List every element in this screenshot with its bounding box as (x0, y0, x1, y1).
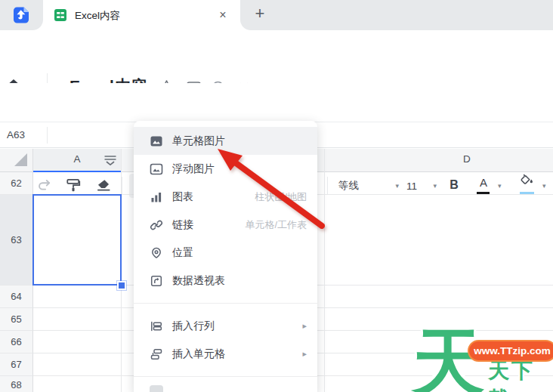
cell-image-icon (150, 134, 163, 148)
font-size-value: 11 (406, 181, 417, 192)
menu-item-label: 图表 (172, 190, 193, 204)
font-size-caret-icon: ▾ (433, 182, 437, 190)
row-header-64[interactable]: 64 (0, 286, 33, 308)
row-65-label: 65 (11, 313, 21, 325)
eraser-button[interactable] (95, 177, 113, 195)
fill-handle[interactable] (117, 281, 126, 290)
menu-item-hint: 柱状图/地图 (255, 190, 307, 204)
menu-item-label: 浮动图片 (172, 162, 215, 176)
toolbar-divider (122, 177, 122, 195)
font-family-dropdown[interactable]: 等线 ▾ (338, 176, 399, 196)
insert-rows-icon (150, 319, 163, 333)
watermark-url-badge: www.TTzip.com (468, 340, 553, 362)
floating-image-icon (150, 162, 163, 176)
row-header-66[interactable]: 66 (0, 331, 33, 353)
new-tab-button[interactable]: + (249, 4, 270, 25)
column-d-label: D (463, 153, 471, 165)
toolbar: 插入 ▾ 常规 ▾ .0 ▴ ▾ 等线 ▾ 11 ▾ B A ▾ (0, 83, 553, 122)
gridline (324, 149, 325, 392)
menu-item-label: 链接 (172, 218, 193, 232)
menu-divider (134, 376, 317, 377)
font-size-dropdown[interactable]: 11 ▾ (406, 176, 437, 196)
tab-title: Excel内容 (75, 9, 120, 23)
row-header-65[interactable]: 65 (0, 308, 33, 331)
submenu-arrow-icon: ▸ (302, 321, 307, 331)
row-68-label: 68 (11, 379, 21, 390)
menu-item-label: 插入单元格 (172, 347, 225, 361)
menu-item-pivot-table[interactable]: 数据透视表 (134, 267, 317, 295)
select-all-corner[interactable] (0, 149, 33, 172)
tab-close-icon[interactable]: × (215, 7, 231, 23)
column-a-label: A (73, 153, 80, 165)
tencent-docs-logo-icon (11, 5, 31, 25)
menu-item-location[interactable]: 位置 (134, 239, 317, 267)
row-62-label: 62 (11, 177, 21, 189)
link-icon (150, 218, 163, 232)
column-filter-button[interactable] (103, 153, 118, 175)
menu-item-link[interactable]: 链接 单元格/工作表 (134, 211, 317, 239)
spreadsheet-file-icon (54, 9, 66, 21)
pivot-table-icon (150, 274, 163, 288)
column-header-d[interactable]: D (317, 149, 553, 172)
submenu-arrow-icon: ▸ (302, 349, 307, 359)
menu-item-chart[interactable]: 图表 柱状图/地图 (134, 183, 317, 211)
format-painter-icon (65, 177, 82, 193)
menu-item-insert-rows-columns[interactable]: 插入行列 ▸ (134, 312, 317, 340)
row-67-label: 67 (11, 359, 21, 370)
spreadsheet-app: Excel内容 × + ▾ Excel内容 (0, 0, 553, 392)
row-header-67[interactable]: 67 (0, 353, 33, 376)
filter-icon (103, 153, 118, 168)
insert-dropdown-menu: 单元格图片 浮动图片 图表 柱状图/地图 链接 单元 (134, 121, 317, 392)
font-family-caret-icon: ▾ (395, 182, 399, 190)
insert-cells-icon (150, 347, 163, 361)
menu-item-label: 位置 (172, 246, 193, 260)
paint-bucket-icon (518, 174, 535, 187)
fill-color-caret-icon[interactable]: ▾ (542, 182, 546, 190)
redo-button[interactable] (36, 177, 54, 195)
chart-icon (150, 190, 163, 204)
menu-item-label: 单元格图片 (172, 134, 225, 148)
row-header-62[interactable]: 62 (0, 172, 33, 195)
bold-button[interactable]: B (444, 174, 464, 196)
document-tab[interactable]: Excel内容 × (47, 0, 240, 30)
select-all-triangle-icon (14, 153, 27, 166)
row-header-63[interactable]: 63 (0, 195, 33, 286)
app-logo-button[interactable] (0, 0, 43, 30)
toolbar-divider (327, 177, 328, 195)
redo-icon (36, 177, 53, 193)
eraser-icon (95, 177, 112, 193)
location-icon (150, 246, 163, 260)
watermark-big-char: 天 (412, 326, 485, 392)
selected-cell-a63[interactable] (32, 194, 122, 286)
format-painter-button[interactable] (65, 177, 83, 195)
partial-menu-item-icon (150, 385, 163, 392)
tab-bar-background: + (240, 0, 553, 30)
font-color-button[interactable]: A (474, 174, 493, 196)
row-63-label: 63 (11, 234, 21, 245)
column-header-a[interactable]: A (33, 149, 121, 172)
font-color-caret-icon[interactable]: ▾ (498, 182, 502, 190)
row-64-label: 64 (11, 291, 21, 302)
menu-divider (134, 303, 317, 304)
row-66-label: 66 (11, 336, 21, 347)
font-family-value: 等线 (338, 179, 359, 193)
menu-item-cell-image[interactable]: 单元格图片 (134, 127, 317, 155)
browser-tab-bar: Excel内容 × + (0, 0, 553, 30)
menu-item-floating-image[interactable]: 浮动图片 (134, 155, 317, 183)
menu-item-label: 插入行列 (172, 319, 215, 333)
menu-item-label: 数据透视表 (172, 274, 225, 288)
menu-item-hint: 单元格/工作表 (245, 218, 307, 232)
menu-item-insert-cells[interactable]: 插入单元格 ▸ (134, 340, 317, 368)
name-box-divider (47, 127, 48, 144)
watermark-small-text: 天下載 (488, 357, 553, 392)
column-header-b-sliver[interactable] (122, 149, 134, 172)
name-box[interactable]: A63 (7, 129, 25, 140)
font-color-label: A (480, 176, 487, 189)
row-header-68[interactable]: 68 (0, 376, 33, 392)
fill-color-button[interactable] (518, 174, 536, 196)
document-header: ▾ Excel内容 最近保存 15:46 (0, 30, 553, 83)
